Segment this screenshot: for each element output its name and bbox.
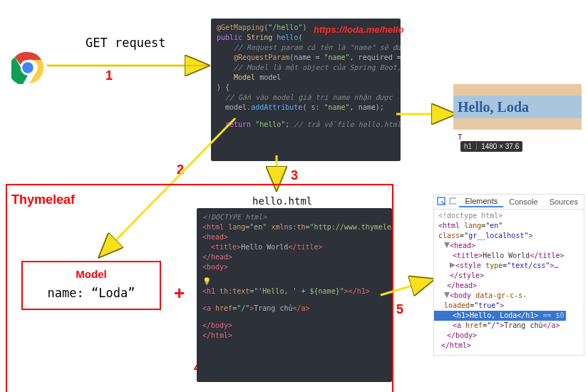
tab-sources[interactable]: Sources <box>544 197 584 207</box>
tab-console[interactable]: Console <box>503 197 543 207</box>
devtools-selected-node[interactable]: <h1>Hello, Loda</h1> == $0 <box>434 311 566 321</box>
devtools-panel: Elements Console Sources <!doctype html>… <box>433 194 584 356</box>
step-5: 5 <box>396 302 403 317</box>
tab-elements[interactable]: Elements <box>459 196 503 207</box>
arrow-5 <box>379 275 436 304</box>
model-keyvalue: name: “Loda” <box>27 286 155 300</box>
svg-point-2 <box>22 62 33 73</box>
device-icon[interactable] <box>448 197 457 207</box>
size-tooltip: h11480 × 37.6 <box>460 141 522 152</box>
model-box: Model name: “Loda” <box>21 261 161 310</box>
get-request-label: GET request <box>86 36 166 50</box>
arrow-to-preview <box>395 107 459 121</box>
svg-rect-10 <box>450 198 457 204</box>
url-overlay: https://loda.me/hello <box>314 24 403 35</box>
preview-heading: Hello, Loda <box>458 99 529 115</box>
hello-html-panel: <!DOCTYPE html> <html lang="en" xmlns:th… <box>197 208 392 382</box>
browser-preview: Hello, Loda T <box>453 84 582 144</box>
inspect-icon[interactable] <box>437 197 445 207</box>
model-title: Model <box>27 268 155 280</box>
chrome-icon <box>11 51 44 86</box>
thymeleaf-title: Thymeleaf <box>11 192 75 207</box>
arrow-1 <box>44 51 212 80</box>
plus-sign: + <box>174 282 185 304</box>
hello-filename: hello.html <box>252 195 312 207</box>
devtools-dom-tree: <!doctype html> <html lang="en" class="g… <box>434 210 584 355</box>
devtools-tabs: Elements Console Sources <box>434 195 584 210</box>
svg-line-8 <box>381 279 433 295</box>
